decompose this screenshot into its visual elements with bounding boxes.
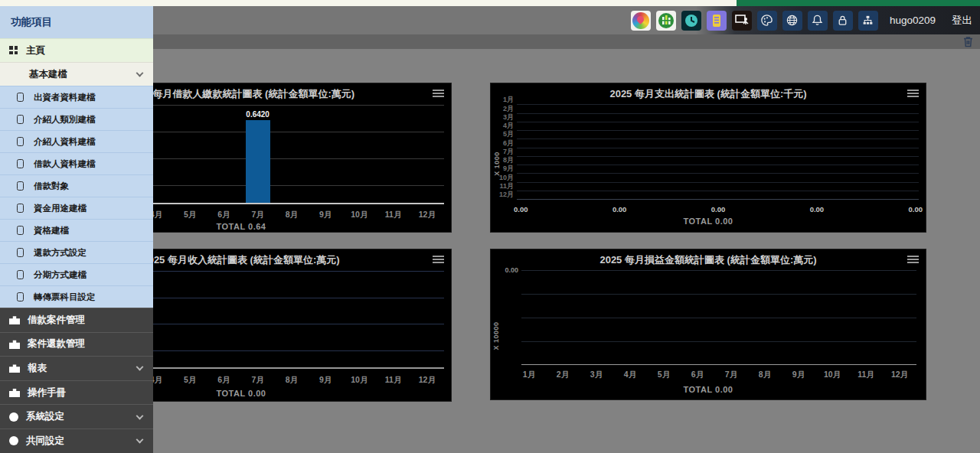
sidebar-item-system-settings[interactable]: 系統設定 [0, 404, 153, 429]
x-axis-tick: 9月 [309, 210, 342, 220]
palette-icon[interactable] [757, 11, 777, 31]
category-row: 1月 [517, 96, 919, 105]
x-axis-tick: 1月 [512, 370, 546, 380]
globe-icon[interactable] [782, 11, 802, 31]
card-icon [17, 181, 24, 191]
x-axis-tick: 5月 [173, 375, 207, 386]
training-app-icon[interactable] [732, 11, 752, 31]
chevron-down-icon [136, 412, 144, 419]
sidebar-sub-item[interactable]: 資格建檔 [0, 219, 153, 241]
x-axis-tick: 4月 [613, 370, 647, 380]
scroll-icon [710, 13, 724, 28]
category-row: 6月 [517, 139, 919, 148]
x-axis-tick: 6月 [207, 375, 240, 386]
category-row: 9月 [517, 165, 919, 174]
logout-link[interactable]: 登出 [952, 14, 972, 28]
sidebar-item-common-settings[interactable]: 共同設定 [0, 429, 153, 453]
sidebar-item-label: 還款方式設定 [34, 247, 87, 259]
sidebar-item-label: 主頁 [26, 44, 45, 57]
sidebar-item-label: 系統設定 [26, 410, 64, 423]
chart-menu-icon[interactable] [907, 256, 919, 263]
sidebar-item-label: 借款人資料建檔 [34, 158, 96, 170]
sidebar-item-label: 案件還款管理 [28, 337, 85, 350]
sidebar-sub-item[interactable]: 借款對象 [0, 174, 153, 197]
x-axis-tick: 7月 [241, 210, 275, 220]
presentation-icon [734, 13, 750, 28]
x-axis-labels: 1月2月3月4月5月6月7月8月9月10月11月12月 [512, 370, 916, 380]
category-row: 4月 [517, 122, 919, 131]
app-logo-icon[interactable] [631, 11, 651, 31]
category-row: 3月 [517, 114, 919, 122]
sidebar-item-label: 分期方式建檔 [34, 269, 87, 281]
sitemap-glyph-icon [861, 14, 874, 27]
sidebar-item-label: 操作手冊 [28, 386, 66, 399]
chevron-down-icon [136, 70, 144, 77]
sidebar: 功能項目 主頁 基本建檔 出資者資料建檔 介紹人類別建檔 介紹人資料建檔 借款人… [0, 6, 153, 453]
x-axis-tick: 11月 [377, 210, 410, 220]
card-icon [17, 159, 24, 168]
trash-icon[interactable] [963, 36, 973, 47]
sidebar-item-label: 報表 [28, 362, 47, 375]
bell-icon[interactable] [808, 11, 828, 31]
x-axis-tick: 0.00 [909, 205, 923, 213]
sphere-icon [9, 412, 18, 422]
x-axis-tick: 2月 [546, 370, 580, 380]
chart-panel-monthly-expense: 2025 每月支出統計圖表 (統計金額單位:千元) X 1000 1月 2月 3… [490, 83, 926, 233]
sidebar-item-label: 介紹人資料建檔 [34, 136, 96, 148]
sidebar-item-reports[interactable]: 報表 [0, 356, 153, 380]
x-axis-tick: 8月 [275, 375, 309, 386]
bar-value-label: 0.6420 [235, 110, 281, 119]
x-axis-tick: 10月 [815, 370, 849, 380]
x-axis-tick: 9月 [782, 370, 815, 380]
sidebar-group-basic[interactable]: 基本建檔 [0, 62, 153, 86]
sidebar-sub-item[interactable]: 還款方式設定 [0, 241, 153, 263]
x-axis-tick: 11月 [849, 370, 883, 380]
sidebar-sub-item[interactable]: 出資者資料建檔 [0, 86, 153, 108]
lock-icon[interactable] [833, 11, 853, 31]
sidebar-basic-children: 出資者資料建檔 介紹人類別建檔 介紹人資料建檔 借款人資料建檔 借款對象 資金用… [0, 86, 153, 308]
card-icon [17, 270, 24, 279]
category-row: 12月 [517, 191, 919, 200]
grid-icon [9, 46, 18, 55]
chart-title: 2025 每月損益金額統計圖表 (統計金額單位:萬元) [491, 253, 926, 267]
x-axis-tick: 9月 [309, 375, 342, 386]
scroll-app-icon[interactable] [707, 11, 727, 31]
sidebar-group-label: 基本建檔 [29, 68, 67, 81]
briefcase-icon [9, 388, 20, 397]
x-axis-tick: 8月 [275, 210, 309, 220]
y-axis-tick: 0.00 [505, 266, 521, 274]
x-axis-tick: 12月 [410, 210, 444, 220]
briefcase-icon [9, 340, 20, 349]
sidebar-item-manual[interactable]: 操作手冊 [0, 380, 153, 405]
card-icon [17, 204, 24, 213]
x-axis-labels: 0.000.000.000.000.00 [514, 205, 923, 213]
card-icon [17, 226, 24, 235]
bank-app-icon[interactable] [656, 11, 676, 31]
sitemap-icon[interactable] [858, 11, 878, 31]
x-axis-tick: 0.00 [514, 205, 528, 213]
category-row: 2月 [517, 105, 919, 113]
x-axis-tick: 12月 [883, 370, 916, 380]
clock-icon [684, 13, 699, 28]
sidebar-item-loan-cases[interactable]: 借款案件管理 [0, 308, 153, 332]
palette-glyph-icon [760, 14, 773, 27]
category-row: 10月 [517, 174, 919, 182]
chevron-down-icon [136, 436, 144, 444]
y-axis-tick: 12月 [495, 190, 514, 200]
green-bank-icon [658, 12, 675, 29]
sidebar-sub-item[interactable]: 介紹人資料建檔 [0, 130, 153, 152]
sidebar-item-home[interactable]: 主頁 [0, 38, 153, 62]
lock-glyph-icon [836, 14, 849, 27]
x-axis-tick: 10月 [342, 210, 376, 220]
chart-menu-icon[interactable] [433, 256, 444, 263]
briefcase-icon [9, 315, 20, 324]
sidebar-sub-item[interactable]: 資金用途建檔 [0, 197, 153, 219]
clock-app-icon[interactable] [681, 11, 701, 31]
x-axis-tick: 0.00 [810, 205, 825, 213]
sidebar-sub-item[interactable]: 分期方式建檔 [0, 263, 153, 285]
sidebar-item-case-repayment[interactable]: 案件還款管理 [0, 332, 153, 357]
sidebar-sub-item[interactable]: 轉傳票科目設定 [0, 285, 153, 308]
sidebar-sub-item[interactable]: 介紹人類別建檔 [0, 108, 153, 130]
chart-menu-icon[interactable] [433, 90, 444, 97]
sidebar-sub-item[interactable]: 借款人資料建檔 [0, 152, 153, 174]
